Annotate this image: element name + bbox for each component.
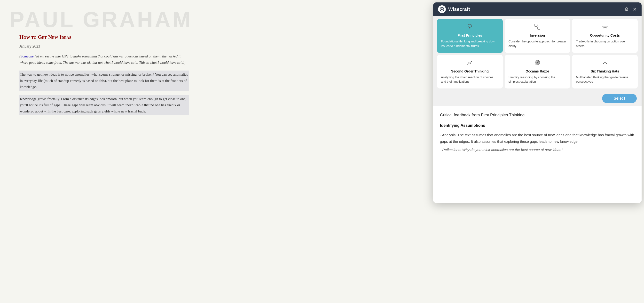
six-thinking-hats-title: Six Thinking Hats — [576, 69, 634, 73]
essay-watermark: PAUL GRAHAM — [10, 7, 192, 32]
card-six-thinking-hats[interactable]: Six Thinking HatsMultifaceted thinking t… — [572, 55, 638, 89]
second-order-thinking-desc: Analyzing the chain reaction of choices … — [441, 75, 499, 84]
card-opportunity-costs[interactable]: Opportunity CostsTrade-offs in choosing … — [572, 19, 638, 53]
occams-razor-title: Occams Razor — [508, 69, 566, 73]
wisecraft-select-row: Select — [433, 91, 642, 106]
opportunity-costs-icon — [576, 23, 634, 32]
six-thinking-hats-desc: Multifaceted thinking that guide diverse… — [576, 75, 634, 84]
feedback-title: Critical feedback from First Principles … — [440, 113, 635, 118]
essay-title: How to Get New Ideas — [20, 34, 189, 40]
essay-divider — [20, 125, 116, 125]
six-thinking-hats-icon — [576, 59, 634, 67]
second-order-thinking-title: Second Order Thinking — [441, 69, 499, 73]
svg-rect-5 — [535, 24, 537, 27]
opportunity-costs-desc: Trade-offs in choosing on option over ot… — [576, 39, 634, 49]
settings-icon[interactable]: ⚙ — [624, 6, 629, 12]
card-first-principles[interactable]: First PrinciplesFoundational thinking an… — [437, 19, 503, 53]
feedback-body: - Analysis: The text assumes that anomal… — [440, 132, 635, 145]
card-second-order-thinking[interactable]: Second Order ThinkingAnalyzing the chain… — [437, 55, 503, 89]
feedback-section-title: Identifying Assumptions — [440, 123, 635, 128]
wisecraft-header-actions: ⚙ ✕ — [624, 6, 637, 12]
wisecraft-logo-icon — [438, 5, 446, 13]
card-occams-razor[interactable]: Occams RazorSimplify reasoning by choosi… — [505, 55, 570, 89]
essay-paragraph-2: Knowledge grows fractally. From a distan… — [20, 95, 189, 116]
feedback-cut: - Reflections: Why do you think anomalie… — [440, 148, 635, 152]
essay-paragraph-1: The way to get new ideas is to notice an… — [20, 71, 189, 91]
first-principles-icon — [441, 23, 499, 32]
close-icon[interactable]: ✕ — [632, 6, 637, 12]
svg-point-1 — [441, 9, 443, 10]
opportunity-costs-title: Opportunity Costs — [576, 34, 634, 37]
inversion-icon — [508, 23, 566, 32]
wisecraft-panel: Wisecraft ⚙ ✕ First PrinciplesFoundation… — [208, 0, 644, 303]
svg-point-2 — [468, 24, 472, 27]
essay-date: January 2023 — [20, 44, 189, 49]
inversion-desc: Consider the opposite approach for great… — [508, 39, 566, 49]
inversion-title: Inversion — [508, 34, 566, 37]
wisecraft-window: Wisecraft ⚙ ✕ First PrinciplesFoundation… — [433, 3, 642, 203]
essay-panel: PAUL GRAHAM How to Get New Ideas January… — [0, 0, 208, 303]
first-principles-desc: Foundational thinking and breaking down … — [441, 39, 499, 49]
card-inversion[interactable]: InversionConsider the opposite approach … — [505, 19, 570, 53]
select-button[interactable]: Select — [602, 94, 637, 103]
wisecraft-header: Wisecraft ⚙ ✕ — [433, 3, 642, 16]
svg-rect-6 — [538, 27, 540, 29]
first-principles-title: First Principles — [441, 34, 499, 37]
occams-razor-icon — [508, 59, 566, 67]
second-order-thinking-icon — [441, 59, 499, 67]
essay-intro-link[interactable]: Someone — [20, 54, 34, 58]
wisecraft-logo-area: Wisecraft — [438, 5, 470, 13]
occams-razor-desc: Simplify reasoning by choosing the simpl… — [508, 75, 566, 84]
wisecraft-cards-grid: First PrinciplesFoundational thinking an… — [433, 16, 642, 91]
essay-intro: (Someone fed my essays into GPT to make … — [20, 53, 189, 66]
wisecraft-title: Wisecraft — [448, 7, 470, 12]
wisecraft-feedback: Critical feedback from First Principles … — [433, 106, 642, 203]
